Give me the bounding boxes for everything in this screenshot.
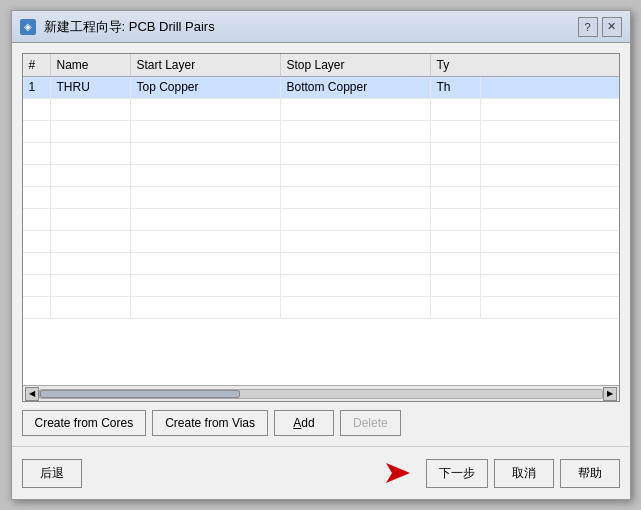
col-header-start: Start Layer bbox=[131, 54, 281, 76]
table-scroll[interactable]: 1 THRU Top Copper Bottom Copper Th bbox=[23, 77, 619, 385]
table-row[interactable]: 1 THRU Top Copper Bottom Copper Th bbox=[23, 77, 619, 99]
horizontal-scrollbar[interactable]: ◀ ▶ bbox=[23, 385, 619, 401]
table-header: # Name Start Layer Stop Layer Ty bbox=[23, 54, 619, 77]
col-header-num: # bbox=[23, 54, 51, 76]
col-header-stop: Stop Layer bbox=[281, 54, 431, 76]
create-from-vias-button[interactable]: Create from Vias bbox=[152, 410, 268, 436]
col-header-name: Name bbox=[51, 54, 131, 76]
back-button[interactable]: 后退 bbox=[22, 459, 82, 488]
content-area: # Name Start Layer Stop Layer Ty 1 THRU … bbox=[12, 43, 630, 446]
bottom-left-buttons: 后退 bbox=[22, 459, 82, 488]
table-body: 1 THRU Top Copper Bottom Copper Th bbox=[23, 77, 619, 319]
cell-name: THRU bbox=[51, 77, 131, 98]
add-button[interactable]: Add bbox=[274, 410, 334, 436]
bottom-bar: 后退 下一步 取消 帮助 bbox=[12, 446, 630, 499]
table-row[interactable] bbox=[23, 297, 619, 319]
delete-button[interactable]: Delete bbox=[340, 410, 401, 436]
next-button[interactable]: 下一步 bbox=[426, 459, 488, 488]
close-title-button[interactable]: ✕ bbox=[602, 17, 622, 37]
bottom-right-buttons: 下一步 取消 帮助 bbox=[380, 455, 620, 491]
scroll-track[interactable] bbox=[39, 389, 603, 399]
table-row[interactable] bbox=[23, 187, 619, 209]
window-title: 新建工程向导: PCB Drill Pairs bbox=[44, 18, 215, 36]
table-row[interactable] bbox=[23, 99, 619, 121]
action-buttons: Create from Cores Create from Vias Add D… bbox=[22, 410, 620, 436]
table-row[interactable] bbox=[23, 253, 619, 275]
table-row[interactable] bbox=[23, 121, 619, 143]
title-bar-right: ? ✕ bbox=[578, 17, 622, 37]
create-from-cores-button[interactable]: Create from Cores bbox=[22, 410, 147, 436]
title-bar-left: ◈ 新建工程向导: PCB Drill Pairs bbox=[20, 18, 215, 36]
table-row[interactable] bbox=[23, 275, 619, 297]
table-row[interactable] bbox=[23, 143, 619, 165]
svg-marker-0 bbox=[386, 463, 410, 483]
cell-stop-layer: Bottom Copper bbox=[281, 77, 431, 98]
main-window: ◈ 新建工程向导: PCB Drill Pairs ? ✕ # Name Sta… bbox=[11, 10, 631, 500]
title-bar: ◈ 新建工程向导: PCB Drill Pairs ? ✕ bbox=[12, 11, 630, 43]
col-header-type: Ty bbox=[431, 54, 481, 76]
cell-type: Th bbox=[431, 77, 481, 98]
arrow-indicator bbox=[380, 455, 416, 491]
table-row[interactable] bbox=[23, 165, 619, 187]
red-arrow-icon bbox=[380, 455, 416, 491]
drill-pairs-table: # Name Start Layer Stop Layer Ty 1 THRU … bbox=[22, 53, 620, 402]
scroll-right-button[interactable]: ▶ bbox=[603, 387, 617, 401]
cancel-button[interactable]: 取消 bbox=[494, 459, 554, 488]
scroll-thumb[interactable] bbox=[40, 390, 240, 398]
scroll-left-button[interactable]: ◀ bbox=[25, 387, 39, 401]
help-bottom-button[interactable]: 帮助 bbox=[560, 459, 620, 488]
help-title-button[interactable]: ? bbox=[578, 17, 598, 37]
table-row[interactable] bbox=[23, 209, 619, 231]
window-icon: ◈ bbox=[20, 19, 36, 35]
table-row[interactable] bbox=[23, 231, 619, 253]
cell-num: 1 bbox=[23, 77, 51, 98]
cell-start-layer: Top Copper bbox=[131, 77, 281, 98]
